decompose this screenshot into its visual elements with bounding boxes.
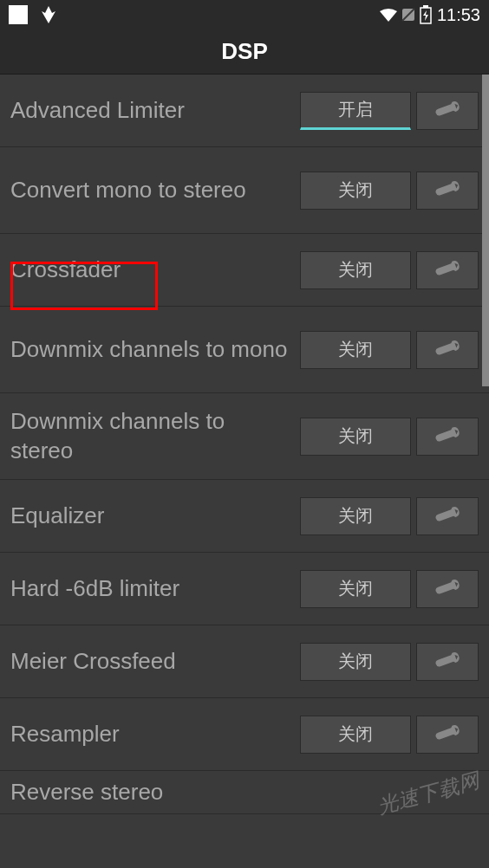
toggle-button[interactable]: 关闭: [300, 251, 411, 289]
settings-button[interactable]: [416, 251, 479, 289]
status-right: 11:53: [380, 5, 480, 25]
settings-button[interactable]: [416, 716, 479, 754]
battery-charging-icon: [420, 5, 432, 24]
no-sim-icon: [401, 7, 416, 23]
dsp-row-label: Downmix channels to stereo: [10, 407, 300, 466]
dsp-list: Advanced Limiter开启Convert mono to stereo…: [0, 74, 489, 868]
dsp-row: Crossfader关闭: [0, 234, 489, 307]
dsp-row-label: Convert mono to stereo: [10, 176, 300, 205]
dsp-row-label: Equalizer: [10, 502, 300, 531]
dsp-row-label: Meier Crossfeed: [10, 647, 300, 677]
dsp-row: Meier Crossfeed关闭: [0, 625, 489, 698]
settings-button[interactable]: [416, 92, 479, 130]
wifi-icon: [380, 8, 397, 22]
status-time: 11:53: [437, 5, 480, 25]
settings-button[interactable]: [416, 570, 479, 608]
toggle-button[interactable]: 关闭: [300, 570, 411, 608]
annotation-arrow: [0, 814, 489, 868]
dsp-row: Convert mono to stereo关闭: [0, 147, 489, 234]
status-icons: [380, 5, 432, 24]
settings-button[interactable]: [416, 172, 479, 210]
dsp-row: Hard -6dB limiter关闭: [0, 553, 489, 625]
wrench-icon: [432, 100, 463, 121]
settings-button[interactable]: [416, 331, 479, 369]
wrench-icon: [432, 260, 463, 281]
dsp-row: Advanced Limiter开启: [0, 74, 489, 147]
wrench-icon: [432, 426, 463, 447]
toggle-button[interactable]: 关闭: [300, 331, 411, 369]
wrench-icon: [432, 651, 463, 672]
dsp-row: Reverse stereo: [0, 771, 489, 814]
settings-button[interactable]: [416, 497, 479, 535]
dsp-row-label: Reverse stereo: [10, 778, 479, 807]
dsp-row-label: Resampler: [10, 720, 300, 749]
dsp-row-label: Hard -6dB limiter: [10, 574, 300, 604]
status-left: [9, 4, 59, 25]
settings-button[interactable]: [416, 643, 479, 681]
toggle-button[interactable]: 关闭: [300, 418, 411, 456]
status-bar: 11:53: [0, 0, 489, 29]
status-app-icon: [9, 5, 28, 24]
dsp-row: Downmix channels to stereo关闭: [0, 393, 489, 480]
wrench-icon: [432, 724, 463, 745]
foobar-icon: [38, 4, 59, 25]
wrench-icon: [432, 579, 463, 599]
svg-rect-3: [423, 5, 428, 8]
dsp-row-label: Downmix channels to mono: [10, 335, 300, 365]
toggle-button[interactable]: 开启: [300, 92, 411, 130]
wrench-icon: [432, 340, 463, 360]
toggle-button[interactable]: 关闭: [300, 497, 411, 535]
toggle-button[interactable]: 关闭: [300, 643, 411, 681]
dsp-row: Equalizer关闭: [0, 480, 489, 553]
settings-button[interactable]: [416, 418, 479, 456]
toggle-button[interactable]: 关闭: [300, 716, 411, 754]
scrollbar[interactable]: [482, 74, 489, 386]
dsp-row-label: Advanced Limiter: [10, 96, 300, 126]
dsp-row: Downmix channels to mono关闭: [0, 307, 489, 393]
wrench-icon: [432, 180, 463, 201]
wrench-icon: [432, 506, 463, 527]
dsp-row-label: Crossfader: [10, 256, 300, 285]
page-title: DSP: [0, 29, 489, 74]
toggle-button[interactable]: 关闭: [300, 172, 411, 210]
dsp-row: Resampler关闭: [0, 698, 489, 771]
